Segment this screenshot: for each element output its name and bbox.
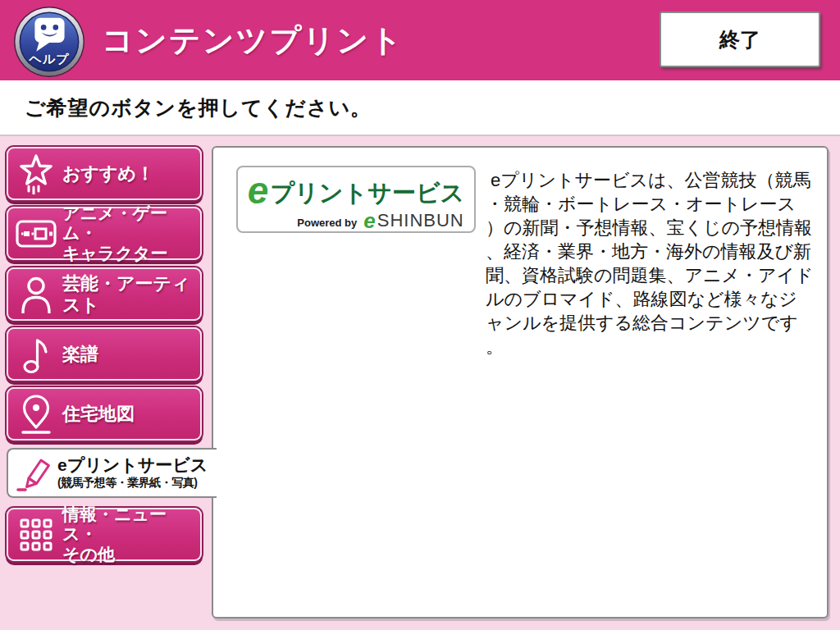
powered-by-label: Powered by xyxy=(297,217,357,228)
eprint-service-logo: e プリントサービス Powered by e SHINBUN xyxy=(236,166,476,233)
sidebar-item-label: 住宅地図 xyxy=(62,404,135,424)
header-bar: ヘルプ コンテンツプリント 終了 xyxy=(0,0,840,80)
sidebar-item-sheet-music[interactable]: 楽譜 xyxy=(7,327,202,381)
help-button[interactable]: ヘルプ xyxy=(13,6,85,78)
content-panel: e プリントサービス Powered by e SHINBUN eプリントサービ… xyxy=(212,146,829,619)
map-pin-icon xyxy=(15,394,57,435)
star-icon xyxy=(15,153,57,194)
sidebar-item-label: 楽譜 xyxy=(62,344,98,364)
music-note-icon xyxy=(15,335,57,374)
logo-powered-row: Powered by e SHINBUN xyxy=(297,208,463,230)
logo-title-row: e プリントサービス xyxy=(248,169,464,207)
sidebar-item-residential-map[interactable]: 住宅地図 xyxy=(7,387,202,441)
sidebar-item-anime-game-character[interactable]: アニメ・ゲーム・ キャラクター xyxy=(7,207,202,260)
instruction-text: ご希望のボタンを押してください。 xyxy=(25,80,372,135)
sidebar-item-label: アニメ・ゲーム・ キャラクター xyxy=(62,203,200,262)
page-title: コンテンツプリント xyxy=(102,0,404,80)
game-controller-icon xyxy=(15,220,57,248)
sidebar-item-label: 情報・ニュース・ その他 xyxy=(62,504,200,564)
brand-e-mark: e xyxy=(363,210,375,231)
help-button-label: ヘルプ xyxy=(13,52,85,67)
brand-name: SHINBUN xyxy=(377,212,464,230)
person-icon xyxy=(15,276,57,313)
sidebar-item-info-news-other[interactable]: 情報・ニュース・ その他 xyxy=(7,508,202,561)
sidebar-item-label: おすすめ！ xyxy=(62,163,154,184)
sidebar-item-entertainment-artist[interactable]: 芸能・アーティスト xyxy=(7,267,202,321)
instruction-bar: ご希望のボタンを押してください。 xyxy=(0,80,840,136)
grid-icon xyxy=(15,518,57,552)
kiosk-screen: ヘルプ コンテンツプリント 終了 ご希望のボタンを押してください。 e プリント… xyxy=(0,0,840,630)
sidebar-item-sublabel: (競馬予想等・業界紙・写真) xyxy=(57,476,208,491)
pencil-icon xyxy=(13,454,54,493)
sidebar-item-text: eプリントサービス (競馬予想等・業界紙・写真) xyxy=(57,455,208,490)
sidebar-item-label: 芸能・アーティスト xyxy=(62,273,200,315)
sidebar-item-label: eプリントサービス xyxy=(57,455,208,475)
sidebar-item-eprint-service-selected[interactable]: eプリントサービス (競馬予想等・業界紙・写真) xyxy=(7,448,217,498)
exit-button[interactable]: 終了 xyxy=(660,11,820,67)
sidebar-item-recommended[interactable]: おすすめ！ xyxy=(7,147,202,200)
logo-e-mark: e xyxy=(248,171,269,209)
service-description: eプリントサービスは、公営競技（競馬・競輪・ボートレース・オートレース）の新聞・… xyxy=(486,168,814,358)
logo-service-name: プリントサービス xyxy=(270,181,464,205)
